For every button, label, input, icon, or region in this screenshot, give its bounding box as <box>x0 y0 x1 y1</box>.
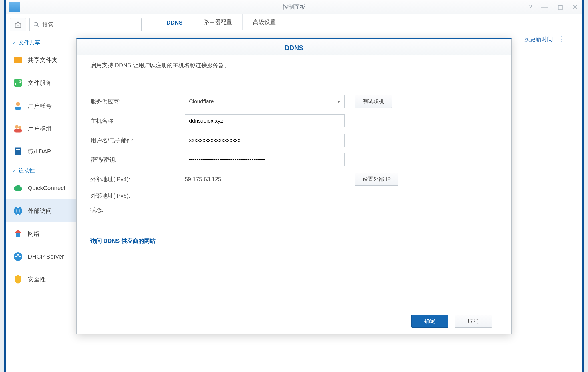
svg-rect-13 <box>16 233 20 237</box>
tab-advanced[interactable]: 高级设置 <box>243 14 286 30</box>
tab-label: 高级设置 <box>253 19 276 25</box>
username-label: 用户名/电子邮件: <box>90 137 185 144</box>
network-icon <box>13 229 23 239</box>
svg-point-7 <box>15 125 19 129</box>
close-icon[interactable]: ✕ <box>572 3 578 11</box>
home-icon <box>14 21 22 28</box>
ipv6-value: - <box>185 193 187 199</box>
cloud-icon <box>13 183 23 193</box>
window-controls: ? — ◻ ✕ <box>529 3 578 11</box>
maximize-icon[interactable]: ◻ <box>557 3 563 11</box>
users-icon <box>13 123 23 134</box>
tab-label: 路由器配置 <box>204 19 232 25</box>
provider-select[interactable]: Cloudflare ▾ <box>185 95 345 108</box>
user-icon <box>13 101 23 111</box>
provider-value: Cloudflare <box>189 98 214 105</box>
sidebar-item-label: DHCP Server <box>28 253 64 260</box>
sidebar-item-label: 安全性 <box>28 275 46 283</box>
ddns-dialog: DDNS 启用支持 DDNS 让用户以注册的主机名称连接服务器。 服务供应商: … <box>76 38 512 334</box>
hostname-field[interactable] <box>189 118 340 124</box>
last-update-col: 次更新时间 ⋮ <box>524 35 565 44</box>
svg-rect-3 <box>14 57 18 58</box>
chevron-up-icon: ∧ <box>13 168 16 173</box>
svg-rect-6 <box>15 107 21 110</box>
svg-rect-11 <box>16 149 20 150</box>
tab-label: DDNS <box>166 19 183 26</box>
sidebar-group-label: 连接性 <box>19 167 35 174</box>
ldap-icon <box>13 146 23 157</box>
svg-point-16 <box>17 254 19 256</box>
globe-icon <box>13 206 23 216</box>
chevron-down-icon: ▾ <box>337 98 340 105</box>
more-icon[interactable]: ⋮ <box>557 35 565 44</box>
password-input[interactable] <box>185 153 345 166</box>
shield-icon <box>13 274 23 285</box>
username-input[interactable] <box>185 134 345 147</box>
test-connection-button[interactable]: 测试联机 <box>355 95 392 108</box>
visit-provider-link[interactable]: 访问 DDNS 供应商的网站 <box>90 237 498 245</box>
window-title: 控制面板 <box>283 3 305 11</box>
svg-rect-4 <box>14 79 22 87</box>
chevron-up-icon: ∧ <box>13 40 16 45</box>
search-field[interactable] <box>42 21 138 28</box>
titlebar: 控制面板 ? — ◻ ✕ <box>6 0 582 14</box>
app-icon <box>9 2 20 12</box>
svg-rect-2 <box>14 57 22 63</box>
tabs: DDNS 路由器配置 高级设置 <box>146 14 582 30</box>
svg-point-5 <box>16 102 20 106</box>
ipv4-label: 外部地址(IPv4): <box>90 175 185 183</box>
minimize-icon[interactable]: — <box>541 3 548 11</box>
sidebar-item-label: 网络 <box>28 230 40 238</box>
cancel-button[interactable]: 取消 <box>455 315 492 328</box>
tab-router[interactable]: 路由器配置 <box>193 14 243 30</box>
search-input[interactable] <box>29 18 142 31</box>
svg-point-15 <box>15 256 17 257</box>
svg-point-14 <box>14 252 22 261</box>
ipv6-label: 外部地址(IPv6): <box>90 192 185 200</box>
search-icon <box>33 21 39 28</box>
dhcp-icon <box>13 251 23 262</box>
hostname-input[interactable] <box>185 114 345 127</box>
sidebar-item-label: 文件服务 <box>28 79 52 87</box>
password-field[interactable] <box>189 157 340 163</box>
set-external-ip-button[interactable]: 设置外部 IP <box>355 173 398 186</box>
folder-icon <box>13 55 23 65</box>
hostname-label: 主机名称: <box>90 117 185 125</box>
tab-ddns[interactable]: DDNS <box>156 15 193 30</box>
svg-point-17 <box>19 256 21 257</box>
sidebar-item-label: QuickConnect <box>28 185 65 191</box>
sidebar-item-label: 共享文件夹 <box>28 56 58 64</box>
svg-point-8 <box>18 126 21 129</box>
dialog-title: DDNS <box>77 39 511 55</box>
status-label: 状态: <box>90 206 185 214</box>
sidebar-item-label: 域/LDAP <box>28 147 51 155</box>
sidebar-group-label: 文件共享 <box>19 39 40 46</box>
file-service-icon <box>13 78 23 88</box>
svg-line-1 <box>37 25 39 27</box>
provider-label: 服务供应商: <box>90 98 185 105</box>
sidebar-item-label: 外部访问 <box>28 207 52 215</box>
ok-button[interactable]: 确定 <box>411 315 448 328</box>
svg-rect-10 <box>15 148 21 155</box>
dialog-description: 启用支持 DDNS 让用户以注册的主机名称连接服务器。 <box>90 61 498 69</box>
password-label: 密码/密钥: <box>90 156 185 164</box>
svg-rect-9 <box>14 129 22 133</box>
home-button[interactable] <box>10 18 26 31</box>
ipv4-value: 59.175.63.125 <box>185 176 345 183</box>
last-update-label: 次更新时间 <box>524 35 553 43</box>
help-icon[interactable]: ? <box>529 3 532 11</box>
sidebar-item-label: 用户帐号 <box>28 102 52 110</box>
sidebar-item-label: 用户群组 <box>28 125 52 133</box>
username-field[interactable] <box>189 137 340 143</box>
svg-point-0 <box>34 22 38 26</box>
